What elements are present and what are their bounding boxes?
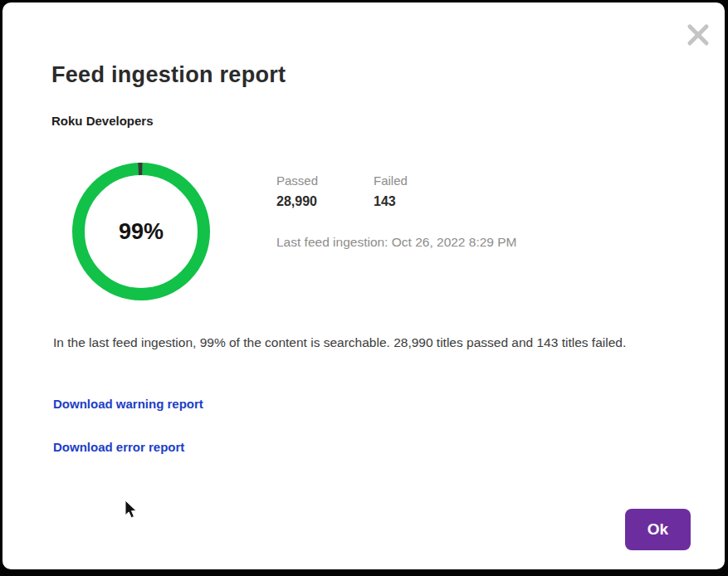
feed-ingestion-report-modal: Feed ingestion report Roku Developers 99… xyxy=(2,2,725,569)
channel-name: Roku Developers xyxy=(51,114,154,128)
modal-title: Feed ingestion report xyxy=(51,62,286,88)
screenshot-stage: Feed ingestion report Roku Developers 99… xyxy=(0,0,728,576)
download-warning-report-link[interactable]: Download warning report xyxy=(53,397,203,411)
summary-text: In the last feed ingestion, 99% of the c… xyxy=(53,331,686,354)
last-ingestion-timestamp: Last feed ingestion: Oct 26, 2022 8:29 P… xyxy=(276,235,517,250)
passed-label: Passed xyxy=(276,173,318,188)
passed-stat: Passed 28,990 xyxy=(276,173,318,209)
passed-value: 28,990 xyxy=(276,194,318,209)
close-button[interactable] xyxy=(685,22,711,49)
ingestion-donut-gauge: 99% xyxy=(72,163,210,300)
mouse-cursor-icon xyxy=(125,500,139,523)
failed-value: 143 xyxy=(374,194,408,209)
ok-button[interactable]: Ok xyxy=(625,509,691,550)
failed-label: Failed xyxy=(374,173,408,188)
percent-label: 99% xyxy=(72,163,210,300)
download-error-report-link[interactable]: Download error report xyxy=(53,440,184,454)
close-icon xyxy=(686,23,710,49)
failed-stat: Failed 143 xyxy=(374,173,408,209)
